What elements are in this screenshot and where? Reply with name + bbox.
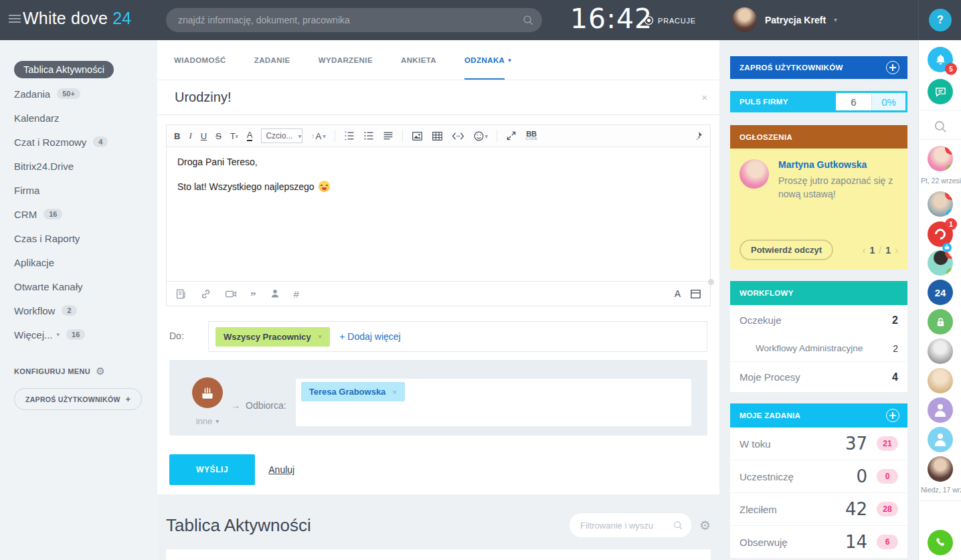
messenger-button[interactable]: [928, 79, 953, 104]
add-task-icon[interactable]: [886, 409, 899, 422]
sidebar-item[interactable]: Więcej... ▾ 16: [0, 322, 157, 347]
composer-tab[interactable]: WIADOMOŚĆ: [174, 40, 226, 80]
sidebar-item[interactable]: Bitrix24.Drive: [0, 154, 157, 178]
user-placeholder-avatar[interactable]: [928, 397, 953, 423]
badge-title-input[interactable]: [175, 90, 701, 105]
search-icon[interactable]: [673, 520, 683, 531]
insert-code-button[interactable]: [452, 131, 464, 141]
send-button[interactable]: WYŚLIJ: [169, 454, 255, 485]
insert-table-button[interactable]: [432, 130, 443, 142]
sidebar-item[interactable]: Workflow 2: [0, 298, 157, 322]
sidebar-item[interactable]: Aplikacje: [0, 250, 157, 274]
workflow-row[interactable]: Oczekuje 2: [730, 305, 907, 335]
italic-button[interactable]: I: [189, 130, 191, 141]
gear-icon[interactable]: ⚙: [699, 518, 711, 533]
recipient-tag-all-employees[interactable]: Wszyscy Pracownicy×: [215, 327, 330, 347]
composer-tab[interactable]: WYDARZENIE: [319, 40, 373, 80]
workflow-row[interactable]: Moje Procesy 4: [730, 362, 907, 392]
sidebar-item[interactable]: CRM 16: [0, 202, 157, 226]
help-button[interactable]: ?: [929, 9, 952, 31]
chat-contact-avatar[interactable]: [928, 339, 953, 364]
workflow-row[interactable]: Workflowy Administracyjne 2: [730, 335, 907, 362]
search-icon[interactable]: [522, 14, 534, 26]
insert-image-button[interactable]: [412, 130, 423, 142]
bitrix24-chat-icon[interactable]: 24: [928, 280, 953, 305]
recipients-box[interactable]: Wszyscy Pracownicy× + Dodaj więcej: [208, 321, 707, 352]
notifications-bell-button[interactable]: 5: [928, 47, 953, 72]
strikethrough-button[interactable]: S: [215, 131, 222, 141]
app-logo[interactable]: White dove 24: [23, 9, 131, 28]
configure-menu[interactable]: KONFIGURUJ MENU ⚙: [14, 365, 157, 377]
font-size-button[interactable]: ↕A▾: [311, 131, 326, 141]
panel-layout-icon[interactable]: [690, 289, 701, 299]
global-search-input[interactable]: [166, 8, 542, 32]
editor-body[interactable]: Droga Pani Tereso, Sto lat! Wszystkiego …: [167, 147, 710, 281]
task-row[interactable]: Zleciłem 42 28: [730, 493, 907, 526]
close-icon[interactable]: ×: [318, 333, 322, 341]
cancel-link[interactable]: Anuluj: [268, 464, 294, 475]
close-icon[interactable]: ×: [392, 388, 396, 396]
chat-contact-avatar[interactable]: 1: [928, 191, 953, 217]
add-more-link[interactable]: + Dodaj więcej: [339, 331, 400, 342]
work-timer[interactable]: 16:42: [570, 3, 652, 35]
video-icon[interactable]: [225, 289, 237, 299]
composer-tab[interactable]: ODZNAKA ▾: [464, 40, 511, 80]
chat-contact-avatar[interactable]: 1: [928, 146, 953, 171]
sidebar-item[interactable]: Kalendarz: [0, 106, 157, 130]
close-icon[interactable]: ×: [701, 92, 707, 103]
mention-person-icon[interactable]: [270, 288, 280, 299]
feed-post[interactable]: ★: [166, 549, 711, 560]
other-badge-select[interactable]: inne▾: [196, 416, 220, 426]
user-placeholder-avatar[interactable]: [928, 427, 953, 452]
bbcode-button[interactable]: BBCODE: [525, 131, 537, 141]
pin-icon[interactable]: [693, 131, 703, 141]
underline-button[interactable]: U: [201, 131, 207, 141]
recipient-input[interactable]: Teresa Grabowska×: [296, 379, 691, 426]
chat-contact-avatar[interactable]: [928, 368, 953, 393]
chevron-right-icon[interactable]: ›: [895, 244, 898, 256]
app-chat-avatar[interactable]: 1: [928, 221, 953, 247]
chat-contact-avatar[interactable]: [928, 456, 953, 482]
quote-icon[interactable]: ”: [250, 289, 256, 299]
birthday-cake-icon[interactable]: [192, 377, 223, 408]
font-family-select[interactable]: Czcio...▾: [261, 128, 302, 143]
text-color-button[interactable]: A: [247, 130, 253, 141]
sidebar-item[interactable]: Czat i Rozmowy 4: [0, 130, 157, 154]
bold-button[interactable]: B: [174, 131, 180, 141]
align-button[interactable]: [383, 130, 394, 141]
composer-tab[interactable]: ZADANIE: [254, 40, 290, 80]
link-icon[interactable]: [200, 288, 211, 300]
private-chat-lock-icon[interactable]: [928, 309, 953, 335]
ordered-list-button[interactable]: [344, 130, 355, 141]
work-status[interactable]: PRACUJE: [644, 15, 696, 25]
text-mode-icon[interactable]: A: [675, 288, 681, 299]
chat-contact-avatar[interactable]: 1 ✓: [928, 250, 953, 276]
menu-icon[interactable]: [9, 15, 21, 24]
chevron-left-icon[interactable]: ‹: [863, 244, 866, 256]
hashtag-icon[interactable]: #: [294, 288, 299, 300]
user-menu[interactable]: Patrycja Kreft ▾: [732, 7, 837, 32]
composer-tab[interactable]: ANKIETA: [401, 40, 436, 80]
task-row[interactable]: W toku 37 21: [730, 428, 907, 460]
attach-file-icon[interactable]: [175, 288, 187, 300]
sidebar-item[interactable]: Zadania 50+: [0, 82, 157, 106]
phone-call-button[interactable]: [928, 530, 953, 555]
bullet-list-button[interactable]: [363, 130, 374, 141]
sidebar-item[interactable]: Otwarte Kanały: [0, 274, 157, 298]
sidebar-item[interactable]: Firma: [0, 178, 157, 202]
invite-users-button[interactable]: ZAPROŚ UŻYTKOWNIKÓW +: [14, 388, 142, 410]
clear-format-button[interactable]: Tx: [230, 131, 238, 141]
sidebar-item[interactable]: Czas i Raporty: [0, 226, 157, 250]
emoji-button[interactable]: ▾: [473, 130, 488, 142]
announcement-author-link[interactable]: Martyna Gutkowska: [778, 159, 898, 170]
invite-users-banner[interactable]: ZAPROŚ UŻYTKOWNIKÓW: [730, 56, 907, 79]
task-row[interactable]: Uczestniczę 0 0: [730, 460, 907, 493]
sidebar-item[interactable]: Tablica Aktywności: [0, 58, 157, 82]
rail-search-button[interactable]: [928, 114, 953, 139]
recipient-tag-person[interactable]: Teresa Grabowska×: [301, 382, 405, 401]
fullscreen-button[interactable]: [506, 130, 517, 141]
confirm-read-button[interactable]: Potwierdź odczyt: [739, 240, 833, 260]
company-pulse[interactable]: PULS FIRMY 6 0%: [730, 91, 907, 112]
task-row[interactable]: Obserwuję 14 6: [730, 526, 907, 559]
resize-handle[interactable]: [708, 279, 714, 285]
